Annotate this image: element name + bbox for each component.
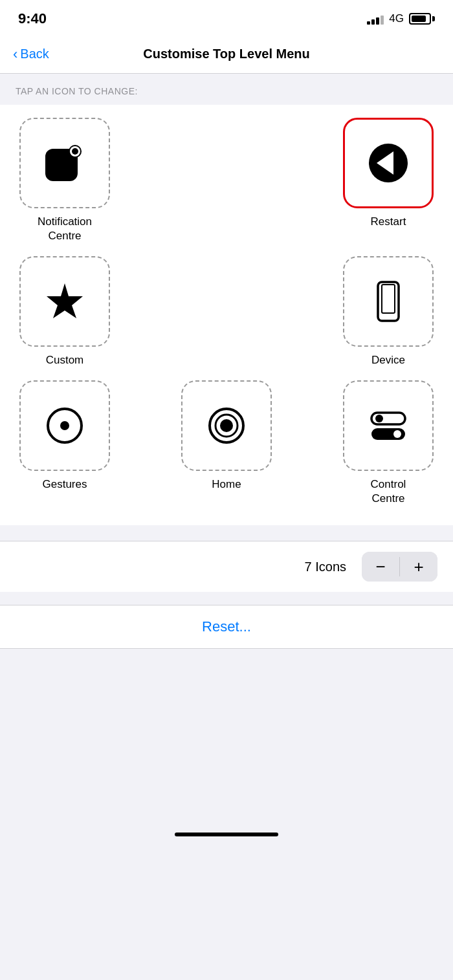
reset-section: Reset... [0, 592, 453, 662]
home-indicator [175, 833, 278, 836]
stepper-plus-button[interactable]: + [400, 552, 437, 582]
icon-item-restart[interactable]: Restart [343, 118, 434, 243]
section-header-text: TAP AN ICON TO CHANGE: [16, 86, 138, 96]
icon-box-control-centre [343, 380, 434, 471]
icons-container: NotificationCentre Restart Custom [0, 105, 453, 525]
battery-icon [409, 13, 435, 25]
icon-item-device[interactable]: Device [343, 256, 434, 367]
device-icon [365, 278, 412, 325]
gestures-label: Gestures [43, 477, 87, 492]
nav-bar: ‹ Back Customise Top Level Menu [0, 35, 453, 74]
svg-marker-6 [47, 283, 83, 318]
restart-label: Restart [371, 215, 406, 229]
restart-icon [365, 140, 412, 186]
custom-icon [41, 278, 88, 325]
custom-label: Custom [46, 353, 84, 367]
icon-box-notification-centre [19, 118, 110, 208]
status-bar: 9:40 4G [0, 0, 453, 35]
back-chevron-icon: ‹ [13, 46, 17, 63]
stepper: − + [362, 552, 437, 582]
bottom-controls: 7 Icons − + [0, 541, 453, 592]
icon-box-gestures [19, 380, 110, 471]
svg-point-16 [375, 415, 383, 422]
reset-button[interactable]: Reset... [202, 618, 251, 635]
notification-centre-label: NotificationCentre [38, 215, 92, 243]
back-label: Back [20, 47, 49, 61]
icon-item-gestures[interactable]: Gestures [19, 380, 110, 506]
icons-row-2: Custom Device [19, 256, 434, 367]
control-centre-label: ControlCentre [371, 477, 406, 506]
icon-item-control-centre[interactable]: ControlCentre [343, 380, 434, 506]
icons-row-3: Gestures Home [19, 380, 434, 506]
svg-point-11 [60, 421, 69, 430]
svg-point-18 [393, 430, 401, 438]
status-icons: 4G [367, 12, 435, 25]
icon-box-home [181, 380, 272, 471]
notification-centre-icon [41, 140, 88, 186]
icons-count: 7 Icons [305, 560, 346, 574]
control-centre-icon [365, 402, 412, 449]
section-header: TAP AN ICON TO CHANGE: [0, 74, 453, 105]
back-button[interactable]: ‹ Back [13, 46, 65, 63]
gestures-icon [41, 402, 88, 449]
icons-row-1: NotificationCentre Restart [19, 118, 434, 243]
bottom-area [0, 662, 453, 856]
nav-title: Customise Top Level Menu [65, 47, 388, 61]
icon-item-custom[interactable]: Custom [19, 256, 110, 367]
icon-box-device [343, 256, 434, 347]
home-icon [203, 402, 250, 449]
icon-box-custom [19, 256, 110, 347]
svg-rect-7 [378, 282, 399, 321]
signal-label: 4G [389, 12, 404, 25]
icon-item-notification-centre[interactable]: NotificationCentre [19, 118, 110, 243]
status-time: 9:40 [18, 10, 47, 27]
reset-container: Reset... [0, 605, 453, 649]
icon-box-restart [343, 118, 434, 208]
svg-rect-8 [382, 285, 395, 313]
svg-point-14 [220, 419, 233, 432]
signal-icon [367, 13, 384, 25]
device-label: Device [371, 353, 405, 367]
home-label: Home [212, 477, 241, 492]
icon-item-home[interactable]: Home [181, 380, 272, 506]
stepper-minus-button[interactable]: − [362, 552, 399, 582]
svg-point-3 [72, 148, 78, 155]
